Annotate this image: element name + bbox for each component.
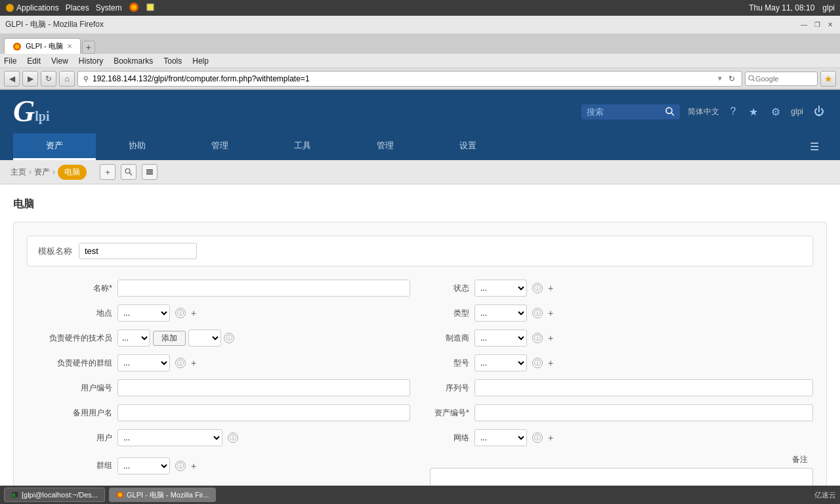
menu-file[interactable]: File bbox=[4, 56, 16, 66]
address-input[interactable] bbox=[93, 74, 714, 83]
tech-info-icon[interactable]: ⓘ bbox=[224, 333, 234, 343]
template-name-input[interactable] bbox=[79, 243, 197, 259]
close-icon[interactable]: ✕ bbox=[826, 20, 835, 30]
user-row: 用户 ... ⓘ bbox=[27, 429, 410, 446]
glpi-search-input[interactable] bbox=[587, 107, 665, 117]
location-select[interactable]: ... bbox=[117, 304, 170, 322]
tech-add-btn[interactable]: 添加 bbox=[153, 331, 186, 346]
manufacturer-row: 制造商 ... ⓘ + bbox=[430, 329, 813, 346]
taskbar-terminal[interactable]: $_ [glpi@localhost:~/Des... bbox=[4, 488, 105, 502]
taskbar-firefox[interactable]: GLPI - 电脑 - Mozilla Fir... bbox=[109, 488, 216, 502]
type-info-icon[interactable]: ⓘ bbox=[532, 308, 543, 318]
address-bar-wrap: ▼ ↻ bbox=[77, 71, 742, 87]
firefox-tab-icon bbox=[12, 42, 22, 51]
browser-search-input[interactable] bbox=[755, 75, 814, 83]
user-btn[interactable]: glpi bbox=[791, 107, 803, 116]
tech-select[interactable]: ... bbox=[117, 329, 150, 346]
type-select[interactable]: ... bbox=[474, 304, 527, 322]
tech-role-select[interactable] bbox=[188, 329, 221, 346]
power-icon-btn[interactable]: ⏻ bbox=[811, 103, 827, 120]
location-label: 地点 bbox=[27, 308, 112, 319]
group-select[interactable]: ... bbox=[117, 457, 170, 474]
user-info-icon[interactable]: ⓘ bbox=[228, 432, 238, 443]
glpi-search-icon[interactable] bbox=[665, 107, 675, 116]
group-row: 群组 ... ⓘ + bbox=[27, 454, 410, 478]
user-number-input[interactable] bbox=[117, 379, 410, 396]
forward-btn[interactable]: ▶ bbox=[22, 71, 38, 87]
network-info-icon[interactable]: ⓘ bbox=[532, 432, 543, 443]
status-row: 状态 ... ⓘ + bbox=[430, 280, 813, 297]
tech-group-info-icon[interactable]: ⓘ bbox=[175, 358, 186, 368]
reload-address-btn[interactable]: ↻ bbox=[726, 73, 738, 85]
star-btn[interactable]: ★ bbox=[820, 71, 836, 87]
system-label[interactable]: System bbox=[96, 3, 122, 12]
breadcrumb-home[interactable]: 主页 bbox=[10, 167, 26, 178]
menu-history[interactable]: History bbox=[79, 56, 103, 66]
nav-assets[interactable]: 资产 bbox=[13, 133, 96, 160]
menu-view[interactable]: View bbox=[51, 56, 68, 66]
group-info-icon[interactable]: ⓘ bbox=[175, 461, 186, 471]
nav-more-btn[interactable]: ☰ bbox=[802, 134, 827, 159]
asset-tag-input[interactable] bbox=[474, 404, 813, 421]
tech-group-plus-btn[interactable]: + bbox=[191, 358, 196, 368]
nav-tools[interactable]: 工具 bbox=[261, 133, 344, 160]
model-plus-btn[interactable]: + bbox=[548, 358, 553, 368]
network-select[interactable]: ... bbox=[474, 429, 527, 446]
location-info-icon[interactable]: ⓘ bbox=[175, 308, 186, 318]
menu-help[interactable]: Help bbox=[192, 56, 209, 66]
status-info-icon[interactable]: ⓘ bbox=[532, 283, 543, 293]
name-input[interactable] bbox=[117, 280, 410, 297]
minimize-icon[interactable]: — bbox=[799, 20, 808, 30]
lang-btn[interactable]: 简体中文 bbox=[688, 106, 719, 117]
manufacturer-select[interactable]: ... bbox=[474, 329, 527, 346]
type-plus-btn[interactable]: + bbox=[548, 308, 553, 318]
bookmark-icon-btn[interactable]: ★ bbox=[746, 103, 761, 121]
breadcrumb-list-btn[interactable] bbox=[142, 164, 158, 180]
svg-point-10 bbox=[666, 108, 672, 114]
help-icon-btn[interactable]: ? bbox=[727, 103, 738, 120]
browser-tab[interactable]: GLPI - 电脑 ✕ bbox=[4, 38, 81, 54]
home-btn[interactable]: ⌂ bbox=[59, 71, 75, 87]
address-dropdown-icon[interactable]: ▼ bbox=[717, 75, 723, 82]
back-btn[interactable]: ◀ bbox=[4, 71, 20, 87]
breadcrumb-add-btn[interactable]: + bbox=[100, 164, 116, 180]
os-appsmenu-icon[interactable]: Applications bbox=[5, 3, 59, 12]
network-plus-btn[interactable]: + bbox=[548, 432, 553, 443]
breadcrumb-search-btn[interactable] bbox=[121, 164, 136, 180]
user-select[interactable]: ... bbox=[117, 429, 222, 446]
status-select[interactable]: ... bbox=[474, 280, 527, 297]
model-info-icon[interactable]: ⓘ bbox=[532, 358, 543, 368]
reload-btn[interactable]: ↻ bbox=[41, 71, 56, 87]
places-label[interactable]: Places bbox=[66, 3, 89, 12]
applications-label[interactable]: Applications bbox=[16, 3, 59, 12]
restore-icon[interactable]: ❐ bbox=[812, 20, 822, 30]
firefox-icon bbox=[129, 2, 139, 14]
menu-bookmarks[interactable]: Bookmarks bbox=[114, 56, 153, 66]
serial-input[interactable] bbox=[474, 379, 813, 396]
breadcrumb-computers[interactable]: 电脑 bbox=[58, 165, 87, 180]
model-row: 型号 ... ⓘ + bbox=[430, 354, 813, 371]
tech-group-select[interactable]: ... bbox=[117, 354, 170, 371]
group-plus-btn[interactable]: + bbox=[191, 461, 196, 471]
manufacturer-info-icon[interactable]: ⓘ bbox=[532, 333, 543, 343]
model-select[interactable]: ... bbox=[474, 354, 527, 371]
status-plus-btn[interactable]: + bbox=[548, 283, 553, 293]
nav-assist[interactable]: 协助 bbox=[96, 133, 178, 160]
nav-settings[interactable]: 设置 bbox=[427, 133, 509, 160]
menu-tools[interactable]: Tools bbox=[163, 56, 182, 66]
settings-icon-btn[interactable]: ⚙ bbox=[768, 103, 783, 121]
menu-edit[interactable]: Edit bbox=[27, 56, 41, 66]
location-plus-btn[interactable]: + bbox=[191, 308, 196, 318]
breadcrumb-bar: 主页 › 资产 › 电脑 + bbox=[0, 160, 840, 184]
manufacturer-plus-btn[interactable]: + bbox=[548, 333, 553, 343]
svg-point-0 bbox=[6, 4, 14, 12]
nav-admin[interactable]: 管理 bbox=[344, 133, 427, 160]
breadcrumb-assets[interactable]: 资产 bbox=[34, 167, 50, 178]
new-tab-btn[interactable]: + bbox=[82, 41, 95, 54]
tab-close-btn[interactable]: ✕ bbox=[67, 43, 72, 50]
alt-username-input[interactable] bbox=[117, 404, 410, 421]
svg-point-8 bbox=[749, 75, 753, 80]
nav-manage[interactable]: 管理 bbox=[178, 133, 261, 160]
serial-row: 序列号 bbox=[430, 379, 813, 396]
breadcrumb-sep1: › bbox=[29, 167, 32, 177]
